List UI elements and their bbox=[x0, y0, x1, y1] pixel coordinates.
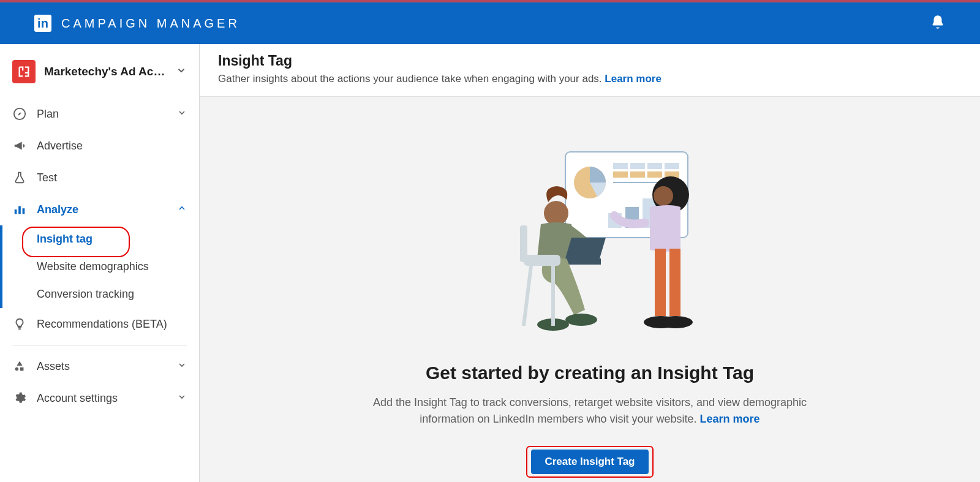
svg-rect-11 bbox=[665, 163, 679, 169]
app-title: CAMPAIGN MANAGER bbox=[61, 17, 240, 31]
svg-rect-23 bbox=[669, 249, 680, 316]
topbar-brand: in CAMPAIGN MANAGER bbox=[34, 15, 240, 32]
main-content: Insight Tag Gather insights about the ac… bbox=[200, 44, 980, 482]
create-insight-tag-button[interactable]: Create Insight Tag bbox=[531, 450, 648, 474]
chevron-up-icon bbox=[177, 203, 187, 216]
sidebar-item-label: Advertise bbox=[37, 140, 83, 153]
shapes-icon bbox=[12, 359, 27, 374]
sidebar-item-label: Analyze bbox=[37, 203, 78, 216]
divider bbox=[12, 345, 187, 345]
sidebar-item-account-settings[interactable]: Account settings bbox=[0, 382, 199, 414]
sidebar: Marketechy's Ad Ac… Plan Advertise bbox=[0, 44, 200, 482]
svg-rect-2 bbox=[18, 206, 21, 214]
svg-rect-1 bbox=[15, 209, 17, 214]
sidebar-item-analyze[interactable]: Analyze bbox=[0, 194, 199, 225]
chevron-down-icon bbox=[177, 392, 187, 405]
svg-rect-32 bbox=[520, 225, 527, 262]
svg-rect-31 bbox=[524, 255, 560, 266]
sidebar-item-plan[interactable]: Plan bbox=[0, 98, 199, 130]
svg-rect-5 bbox=[20, 367, 23, 371]
sidebar-item-label: Plan bbox=[37, 108, 59, 121]
svg-point-4 bbox=[15, 367, 19, 371]
sidebar-item-assets[interactable]: Assets bbox=[0, 350, 199, 382]
analyze-submenu: Insight tag Website demographics Convers… bbox=[0, 225, 199, 308]
svg-rect-22 bbox=[655, 249, 666, 316]
sidebar-item-test[interactable]: Test bbox=[0, 162, 199, 194]
empty-state-body: Add the Insight Tag to track conversions… bbox=[345, 394, 835, 427]
account-name: Marketechy's Ad Ac… bbox=[44, 65, 167, 78]
gear-icon bbox=[12, 391, 27, 405]
illustration-analytics-presentation bbox=[486, 146, 694, 344]
sidebar-item-label: Assets bbox=[37, 360, 70, 373]
svg-rect-9 bbox=[630, 163, 645, 169]
svg-point-26 bbox=[544, 201, 568, 225]
notifications-icon[interactable] bbox=[930, 14, 946, 32]
chevron-down-icon bbox=[177, 108, 187, 121]
learn-more-link[interactable]: Learn more bbox=[700, 413, 760, 425]
flask-icon bbox=[12, 170, 27, 185]
sidebar-item-recommendations[interactable]: Recommendations (BETA) bbox=[0, 308, 199, 340]
empty-state: Get started by creating an Insight Tag A… bbox=[200, 97, 980, 482]
page-header: Insight Tag Gather insights about the ac… bbox=[200, 44, 980, 97]
chevron-down-icon bbox=[177, 360, 187, 373]
svg-marker-28 bbox=[565, 238, 606, 258]
chevron-down-icon bbox=[176, 65, 187, 78]
sidebar-item-label: Account settings bbox=[37, 392, 118, 405]
linkedin-logo-icon: in bbox=[34, 15, 51, 32]
svg-line-33 bbox=[524, 266, 531, 326]
page-subtitle: Gather insights about the actions your a… bbox=[218, 73, 962, 85]
sidebar-item-label: Insight tag bbox=[37, 233, 92, 245]
svg-rect-3 bbox=[23, 208, 25, 214]
learn-more-link[interactable]: Learn more bbox=[605, 73, 662, 85]
sidebar-item-advertise[interactable]: Advertise bbox=[0, 130, 199, 162]
account-selector[interactable]: Marketechy's Ad Ac… bbox=[0, 55, 199, 98]
sidebar-item-label: Website demographics bbox=[37, 260, 149, 273]
svg-rect-8 bbox=[613, 163, 628, 169]
compass-icon bbox=[12, 107, 27, 121]
sidebar-item-label: Conversion tracking bbox=[37, 288, 134, 300]
page-title: Insight Tag bbox=[218, 53, 962, 69]
svg-rect-10 bbox=[647, 163, 662, 169]
svg-point-25 bbox=[658, 316, 693, 328]
svg-rect-13 bbox=[630, 171, 645, 178]
svg-rect-14 bbox=[647, 171, 662, 178]
annotation-highlight: Create Insight Tag bbox=[526, 446, 653, 478]
megaphone-icon bbox=[12, 138, 27, 153]
account-logo-icon bbox=[12, 60, 36, 83]
svg-point-21 bbox=[654, 186, 673, 206]
svg-rect-12 bbox=[613, 171, 628, 178]
sidebar-subitem-website-demographics[interactable]: Website demographics bbox=[0, 253, 199, 281]
empty-state-heading: Get started by creating an Insight Tag bbox=[426, 363, 754, 383]
sidebar-item-label: Recommendations (BETA) bbox=[37, 318, 167, 331]
sidebar-item-label: Test bbox=[37, 171, 57, 184]
sidebar-subitem-insight-tag[interactable]: Insight tag bbox=[0, 225, 199, 253]
lightbulb-icon bbox=[12, 317, 27, 331]
sidebar-subitem-conversion-tracking[interactable]: Conversion tracking bbox=[0, 281, 199, 308]
topbar: in CAMPAIGN MANAGER bbox=[0, 0, 980, 44]
page-subtitle-text: Gather insights about the actions your a… bbox=[218, 73, 602, 85]
bar-chart-icon bbox=[12, 202, 27, 217]
svg-point-29 bbox=[565, 314, 597, 326]
